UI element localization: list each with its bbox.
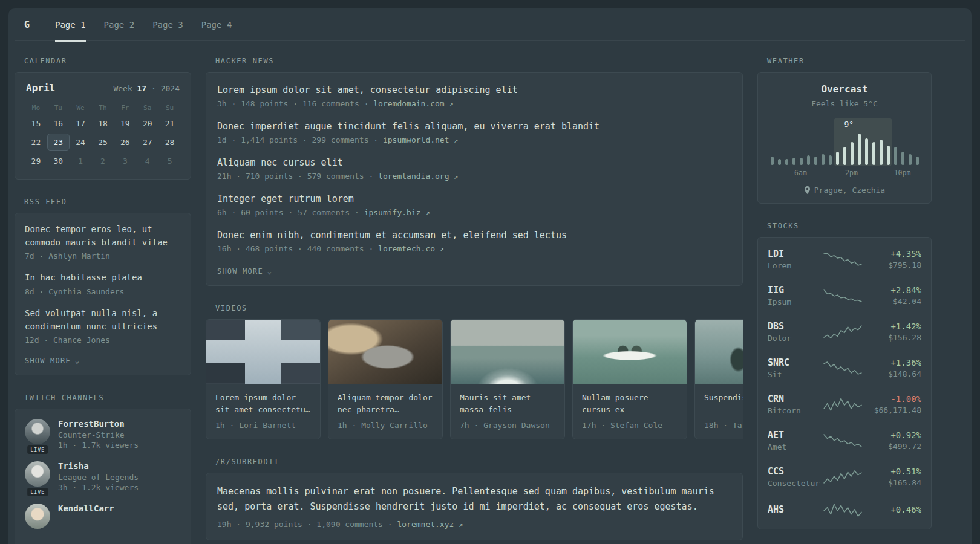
calendar-day[interactable]: 19 — [114, 115, 136, 132]
calendar-day[interactable]: 26 — [114, 134, 136, 151]
hn-story-title[interactable]: Aliquam nec cursus elit — [217, 157, 731, 168]
subreddit-post: Maecenas mollis pulvinar erat non posuer… — [217, 484, 731, 529]
hn-domain-link[interactable]: loremlandia.org ↗ — [378, 172, 458, 181]
subreddit-domain-link[interactable]: loremnet.xyz ↗ — [397, 520, 463, 529]
video-title: Suspendisse diam — [704, 392, 743, 416]
calendar-day[interactable]: 16 — [47, 115, 70, 132]
stock-identity: IIG Ipsum — [768, 285, 820, 306]
weather-bar — [829, 155, 832, 165]
calendar-day[interactable]: 2 — [92, 152, 114, 169]
calendar-day[interactable]: 23 — [47, 134, 70, 151]
page-tab[interactable]: Page 3 — [152, 8, 183, 41]
temperature-label: 9° — [844, 120, 854, 129]
twitch-channel-game: Counter-Strike — [58, 430, 139, 439]
calendar-day[interactable]: 18 — [92, 115, 114, 132]
stock-values: +0.92% $499.72 — [866, 430, 921, 451]
calendar-day[interactable]: 25 — [92, 134, 114, 151]
calendar-day[interactable]: 21 — [158, 115, 181, 132]
video-card[interactable]: Aliquam tempor dolor nec pharetra… 1h · … — [328, 319, 443, 439]
stock-row[interactable]: AET Amet +0.92% $499.72 — [768, 423, 921, 459]
video-card[interactable]: Mauris sit amet massa felis 7h · Grayson… — [450, 319, 565, 439]
rss-item[interactable]: In hac habitasse platea 8d · Cynthia Sau… — [25, 271, 181, 296]
show-more-button[interactable]: SHOW MORE ⌄ — [25, 355, 80, 368]
stock-row[interactable]: LDI Lorem +4.35% $795.18 — [768, 241, 921, 277]
calendar-day[interactable]: 5 — [158, 152, 181, 169]
external-link-icon: ↗ — [454, 136, 458, 144]
hn-story-title[interactable]: Donec enim nibh, condimentum et accumsan… — [217, 230, 731, 241]
calendar-day[interactable]: 17 — [70, 115, 92, 132]
hn-story-title[interactable]: Integer eget rutrum lorem — [217, 193, 731, 204]
hn-story-stats: 21h · 710 points · 579 comments · — [217, 172, 378, 181]
twitch-avatar-wrap: LIVE — [25, 504, 50, 529]
stock-row[interactable]: DBS Dolor +1.42% $156.28 — [768, 314, 921, 350]
show-more-button[interactable]: SHOW MORE ⌄ — [217, 266, 272, 278]
hn-story-title[interactable]: Donec imperdiet augue tincidunt felis al… — [217, 121, 731, 132]
twitch-card: LIVE ForrestBurton Counter-Strike 1h · 1… — [15, 409, 191, 544]
page-tab[interactable]: Page 2 — [104, 8, 135, 41]
stock-name: Amet — [768, 442, 820, 452]
calendar-day[interactable]: 22 — [25, 134, 47, 151]
subreddit-card: Maecenas mollis pulvinar erat non posuer… — [206, 473, 743, 540]
page-tab[interactable]: Page 4 — [201, 8, 232, 41]
stock-name: Bitcorn — [768, 406, 820, 415]
calendar-day[interactable]: 28 — [158, 134, 181, 151]
twitch-channel[interactable]: LIVE Trisha League of Legends 3h · 1.2k … — [25, 461, 181, 493]
weather-bar — [814, 157, 817, 165]
video-meta: 1h · Lori Barnett — [215, 421, 311, 430]
hn-domain-link[interactable]: loremdomain.com ↗ — [373, 99, 453, 108]
page-tab-label: Page 1 — [55, 20, 86, 30]
calendar-day[interactable]: 27 — [136, 134, 158, 151]
stock-row[interactable]: SNRC Sit +1.36% $148.64 — [768, 350, 921, 386]
chevron-down-icon: ⌄ — [267, 268, 272, 275]
calendar-day[interactable]: 20 — [136, 115, 158, 132]
stock-row[interactable]: AHS +0.46% — [768, 495, 921, 525]
hn-domain-text: loremdomain.com — [373, 99, 444, 108]
video-card[interactable]: Lorem ipsum dolor sit amet consectetu… 1… — [206, 319, 321, 439]
twitch-channel[interactable]: LIVE ForrestBurton Counter-Strike 1h · 1… — [25, 419, 181, 451]
hn-domain-link[interactable]: loremtech.co ↗ — [378, 244, 444, 253]
rss-item-meta: 8d · Cynthia Saunders — [25, 287, 181, 296]
calendar-day[interactable]: 24 — [70, 134, 92, 151]
stock-change: +1.36% — [866, 358, 921, 368]
stock-values: +0.46% — [866, 505, 921, 516]
weather-section-title: WEATHER — [767, 57, 932, 65]
calendar-day[interactable]: 15 — [25, 115, 47, 132]
video-card[interactable]: Suspendisse diam 18h · Tara — [694, 319, 743, 439]
hn-story-stats: 6h · 60 points · 57 comments · — [217, 208, 364, 217]
weather-bar — [792, 158, 795, 165]
hn-domain-link[interactable]: ipsumify.biz ↗ — [364, 208, 430, 217]
middle-column: HACKER NEWS Lorem ipsum dolor sit amet, … — [206, 57, 743, 544]
twitch-avatar-wrap: LIVE — [25, 461, 50, 493]
calendar-day[interactable]: 29 — [25, 152, 47, 169]
weather-location-text: Prague, Czechia — [814, 186, 885, 195]
calendar-day[interactable]: 1 — [70, 152, 92, 169]
stock-row[interactable]: CRN Bitcorn -1.00% $66,171.48 — [768, 386, 921, 423]
rss-item[interactable]: Donec tempor eros leo, ut commodo mauris… — [25, 223, 181, 261]
calendar-day[interactable]: 4 — [136, 152, 158, 169]
twitch-channel[interactable]: LIVE KendallCarr — [25, 504, 181, 529]
weather-chart: 9° 6am2pm10pm — [771, 118, 919, 178]
stock-row[interactable]: IIG Ipsum +2.84% $42.04 — [768, 277, 921, 314]
hn-domain-link[interactable]: ipsumworld.net ↗ — [383, 135, 459, 144]
rss-item[interactable]: Sed volutpat nulla nisl, a condimentum n… — [25, 307, 181, 345]
stock-identity: CRN Bitcorn — [768, 393, 820, 415]
video-card[interactable]: Nullam posuere cursus ex 17h · Stefan Co… — [572, 319, 687, 439]
page-tab-label: Page 2 — [104, 20, 135, 30]
page-tab[interactable]: Page 1 — [55, 8, 86, 41]
external-link-icon: ↗ — [459, 520, 463, 529]
weather-bar — [822, 154, 825, 165]
app-logo[interactable]: G — [24, 19, 40, 30]
stock-row[interactable]: CCS Consectetur +0.51% $165.84 — [768, 459, 921, 495]
subreddit-post-title[interactable]: Maecenas mollis pulvinar erat non posuer… — [217, 484, 731, 514]
weather-bar — [807, 155, 810, 165]
twitch-channel-name: KendallCarr — [58, 504, 114, 513]
weekday-label: We — [70, 101, 92, 115]
external-link-icon: ↗ — [440, 245, 444, 253]
twitch-channel-viewers: 1h · 1.7k viewers — [58, 441, 139, 450]
weather-bar — [836, 152, 839, 165]
stock-symbol: LDI — [768, 248, 820, 259]
hn-story-title[interactable]: Lorem ipsum dolor sit amet, consectetur … — [217, 85, 731, 96]
stocks-section-title: STOCKS — [767, 222, 932, 230]
calendar-day[interactable]: 3 — [114, 152, 136, 169]
calendar-day[interactable]: 30 — [47, 152, 70, 169]
